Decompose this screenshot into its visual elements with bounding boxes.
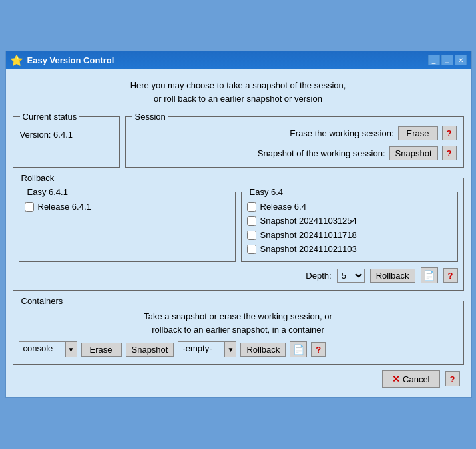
console-dropdown-wrap: console ▼ <box>19 341 77 357</box>
containers-doc-button[interactable]: 📄 <box>290 341 307 357</box>
rollback-help-button[interactable]: ? <box>443 268 458 283</box>
snapshot3-label: Snapshot 202411021103 <box>260 244 357 254</box>
rollback-doc-button[interactable]: 📄 <box>421 267 438 283</box>
title-bar-text: Easy Version Control <box>27 55 424 65</box>
rollback-inner: Easy 6.4.1 Release 6.4.1 Easy 6.4 Releas… <box>19 187 458 262</box>
cancel-icon: ✕ <box>392 373 400 384</box>
easy641-group: Easy 6.4.1 Release 6.4.1 <box>19 187 236 262</box>
containers-fieldset: Containers Take a snapshot or erase the … <box>13 296 464 365</box>
erase-label: Erase the working session: <box>290 128 393 138</box>
list-item: Release 6.4 <box>247 200 452 214</box>
cancel-button[interactable]: ✕ Cancel <box>382 370 439 388</box>
containers-line2: rollback to an earlier snapshot, in a co… <box>19 323 458 337</box>
release64-label: Release 6.4 <box>260 202 306 212</box>
snapshot3-checkbox[interactable] <box>247 245 256 254</box>
release641-checkbox[interactable] <box>25 202 34 212</box>
snapshot1-checkbox[interactable] <box>247 216 256 226</box>
snapshot2-label: Snapshot 202411011718 <box>260 230 357 240</box>
containers-help-button[interactable]: ? <box>311 342 326 357</box>
erase-help-button[interactable]: ? <box>442 126 457 140</box>
containers-snapshot-button[interactable]: Snapshot <box>126 343 174 357</box>
easy64-legend: Easy 6.4 <box>247 187 286 197</box>
description-line1: Here you may choose to take a snapshot o… <box>13 79 464 92</box>
containers-erase-button[interactable]: Erase <box>81 343 122 357</box>
cancel-label: Cancel <box>403 374 429 384</box>
list-item: Snapshot 202411011718 <box>247 228 452 242</box>
containers-controls: console ▼ Erase Snapshot -empty- ▼ Rollb… <box>19 341 458 357</box>
easy64-group: Easy 6.4 Release 6.4 Snapshot 2024110312… <box>241 187 458 262</box>
session-fieldset: Session Erase the working session: Erase… <box>125 112 464 168</box>
depth-label: Depth: <box>306 271 331 281</box>
console-dropdown-value: console <box>19 341 65 357</box>
current-status-legend: Current status <box>20 112 80 122</box>
depth-select[interactable]: 5 10 15 20 <box>337 269 365 283</box>
rollback-legend: Rollback <box>19 173 57 183</box>
window-body: Here you may choose to take a snapshot o… <box>6 69 471 397</box>
release64-checkbox[interactable] <box>247 202 256 212</box>
empty-dropdown-value: -empty- <box>178 341 224 357</box>
snapshot-label: Snapshot of the working session: <box>258 148 385 158</box>
top-section: Current status Version: 6.4.1 Session Er… <box>13 112 464 168</box>
snapshot1-label: Snapshot 202411031254 <box>260 216 357 226</box>
depth-select-wrap: 5 10 15 20 <box>337 269 365 283</box>
description: Here you may choose to take a snapshot o… <box>13 75 464 112</box>
title-bar-controls: _ □ ✕ <box>428 55 467 65</box>
session-legend: Session <box>132 112 168 122</box>
minimize-button[interactable]: _ <box>428 55 440 65</box>
empty-dropdown-arrow[interactable]: ▼ <box>224 341 236 357</box>
containers-line1: Take a snapshot or erase the working ses… <box>19 310 458 323</box>
snapshot2-checkbox[interactable] <box>247 231 256 240</box>
rollback-fieldset: Rollback Easy 6.4.1 Release 6.4.1 Easy 6… <box>13 173 464 291</box>
main-window: ⭐ Easy Version Control _ □ ✕ Here you ma… <box>5 51 472 398</box>
app-icon: ⭐ <box>10 54 23 67</box>
close-button[interactable]: ✕ <box>455 55 467 65</box>
maximize-button[interactable]: □ <box>441 55 453 65</box>
title-bar: ⭐ Easy Version Control _ □ ✕ <box>6 51 471 69</box>
footer-help-button[interactable]: ? <box>445 371 460 386</box>
footer-row: ✕ Cancel ? <box>13 365 464 390</box>
rollback-button[interactable]: Rollback <box>370 269 415 283</box>
release641-label: Release 6.4.1 <box>38 202 91 212</box>
depth-row: Depth: 5 10 15 20 Rollback 📄 ? <box>19 267 458 283</box>
containers-rollback-button[interactable]: Rollback <box>240 343 286 357</box>
snapshot-help-button[interactable]: ? <box>442 146 457 160</box>
version-text: Version: 6.4.1 <box>20 126 112 140</box>
snapshot-row: Snapshot of the working session: Snapsho… <box>132 146 457 160</box>
snapshot-button[interactable]: Snapshot <box>389 146 438 160</box>
current-status-fieldset: Current status Version: 6.4.1 <box>13 112 120 168</box>
erase-button[interactable]: Erase <box>398 126 438 140</box>
containers-legend: Containers <box>19 296 66 306</box>
containers-desc: Take a snapshot or erase the working ses… <box>19 310 458 336</box>
console-dropdown-arrow[interactable]: ▼ <box>65 341 77 357</box>
description-line2: or roll back to an earlier snapshot or v… <box>13 92 464 106</box>
list-item: Release 6.4.1 <box>25 200 230 214</box>
list-item: Snapshot 202411031254 <box>247 214 452 228</box>
easy641-legend: Easy 6.4.1 <box>25 187 71 197</box>
empty-dropdown-wrap: -empty- ▼ <box>178 341 236 357</box>
list-item: Snapshot 202411021103 <box>247 242 452 256</box>
erase-row: Erase the working session: Erase ? <box>132 126 457 140</box>
